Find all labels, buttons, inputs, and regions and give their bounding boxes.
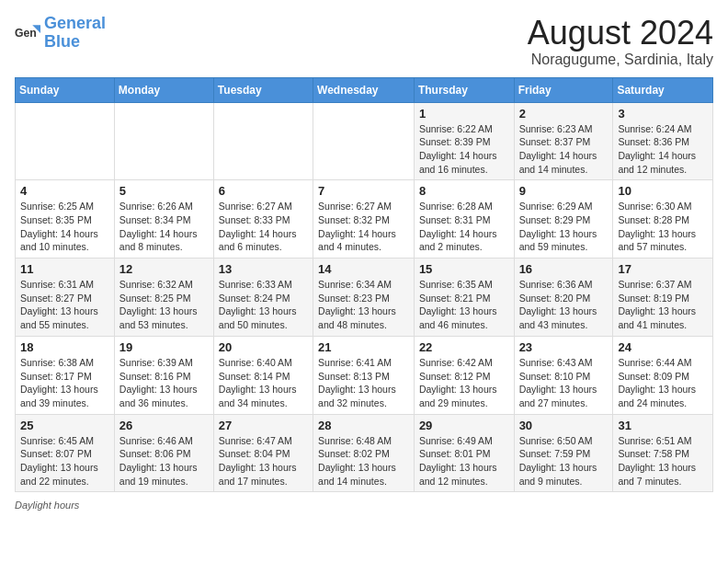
day-number: 13 xyxy=(219,262,308,276)
day-number: 21 xyxy=(318,340,409,354)
main-title: August 2024 xyxy=(528,15,713,52)
day-number: 4 xyxy=(20,184,109,198)
calendar-cell xyxy=(114,102,213,180)
page-header: Gen General Blue August 2024 Noragugume,… xyxy=(15,15,713,68)
day-number: 5 xyxy=(119,184,209,198)
calendar-cell: 11Sunrise: 6:31 AMSunset: 8:27 PMDayligh… xyxy=(16,259,115,337)
calendar-body: 1Sunrise: 6:22 AMSunset: 8:39 PMDaylight… xyxy=(16,102,713,492)
day-info: Sunrise: 6:46 AMSunset: 8:06 PMDaylight:… xyxy=(119,434,209,488)
calendar-cell: 10Sunrise: 6:30 AMSunset: 8:28 PMDayligh… xyxy=(613,180,713,259)
calendar-cell: 31Sunrise: 6:51 AMSunset: 7:58 PMDayligh… xyxy=(613,414,713,492)
day-info: Sunrise: 6:24 AMSunset: 8:36 PMDaylight:… xyxy=(618,122,708,177)
logo: Gen General Blue xyxy=(15,15,106,52)
footer: Daylight hours xyxy=(15,500,713,511)
day-number: 27 xyxy=(219,419,308,432)
day-number: 12 xyxy=(119,262,209,276)
calendar-cell: 26Sunrise: 6:46 AMSunset: 8:06 PMDayligh… xyxy=(114,414,213,492)
day-info: Sunrise: 6:34 AMSunset: 8:23 PMDaylight:… xyxy=(318,278,409,332)
header-day-tuesday: Tuesday xyxy=(213,77,313,102)
day-info: Sunrise: 6:23 AMSunset: 8:37 PMDaylight:… xyxy=(519,122,609,177)
day-info: Sunrise: 6:43 AMSunset: 8:10 PMDaylight:… xyxy=(519,356,609,410)
calendar-cell: 19Sunrise: 6:39 AMSunset: 8:16 PMDayligh… xyxy=(114,336,213,414)
calendar-cell: 16Sunrise: 6:36 AMSunset: 8:20 PMDayligh… xyxy=(514,259,613,337)
week-row-4: 18Sunrise: 6:38 AMSunset: 8:17 PMDayligh… xyxy=(16,336,713,414)
calendar-cell: 15Sunrise: 6:35 AMSunset: 8:21 PMDayligh… xyxy=(414,259,514,337)
logo-text-line1: General xyxy=(44,15,106,33)
day-number: 26 xyxy=(119,419,209,432)
calendar-table: SundayMondayTuesdayWednesdayThursdayFrid… xyxy=(15,77,713,493)
calendar-cell: 9Sunrise: 6:29 AMSunset: 8:29 PMDaylight… xyxy=(514,180,613,259)
day-number: 19 xyxy=(119,340,209,354)
logo-text-line2: Blue xyxy=(44,33,106,52)
calendar-cell xyxy=(213,102,313,180)
day-info: Sunrise: 6:28 AMSunset: 8:31 PMDaylight:… xyxy=(419,200,509,254)
header-day-thursday: Thursday xyxy=(414,77,514,102)
day-info: Sunrise: 6:27 AMSunset: 8:33 PMDaylight:… xyxy=(219,200,308,254)
calendar-cell: 22Sunrise: 6:42 AMSunset: 8:12 PMDayligh… xyxy=(414,336,514,414)
day-number: 9 xyxy=(519,184,609,198)
day-info: Sunrise: 6:48 AMSunset: 8:02 PMDaylight:… xyxy=(318,434,409,488)
calendar-cell: 12Sunrise: 6:32 AMSunset: 8:25 PMDayligh… xyxy=(114,259,213,337)
day-info: Sunrise: 6:51 AMSunset: 7:58 PMDaylight:… xyxy=(618,434,708,488)
day-info: Sunrise: 6:35 AMSunset: 8:21 PMDaylight:… xyxy=(419,278,509,332)
day-info: Sunrise: 6:49 AMSunset: 8:01 PMDaylight:… xyxy=(419,434,509,488)
day-number: 20 xyxy=(219,340,308,354)
calendar-cell: 5Sunrise: 6:26 AMSunset: 8:34 PMDaylight… xyxy=(114,180,213,259)
day-info: Sunrise: 6:30 AMSunset: 8:28 PMDaylight:… xyxy=(618,200,708,254)
day-number: 16 xyxy=(519,262,609,276)
calendar-cell: 20Sunrise: 6:40 AMSunset: 8:14 PMDayligh… xyxy=(213,336,313,414)
day-number: 11 xyxy=(20,262,109,276)
subtitle: Noragugume, Sardinia, Italy xyxy=(528,52,713,68)
day-info: Sunrise: 6:41 AMSunset: 8:13 PMDaylight:… xyxy=(318,356,409,410)
calendar-cell: 28Sunrise: 6:48 AMSunset: 8:02 PMDayligh… xyxy=(313,414,415,492)
calendar-cell: 21Sunrise: 6:41 AMSunset: 8:13 PMDayligh… xyxy=(313,336,415,414)
calendar-cell: 23Sunrise: 6:43 AMSunset: 8:10 PMDayligh… xyxy=(514,336,613,414)
day-number: 15 xyxy=(419,262,509,276)
day-number: 6 xyxy=(219,184,308,198)
calendar-cell: 29Sunrise: 6:49 AMSunset: 8:01 PMDayligh… xyxy=(414,414,514,492)
day-number: 2 xyxy=(519,107,609,121)
day-number: 14 xyxy=(318,262,409,276)
calendar-cell: 25Sunrise: 6:45 AMSunset: 8:07 PMDayligh… xyxy=(16,414,115,492)
day-number: 23 xyxy=(519,340,609,354)
day-info: Sunrise: 6:27 AMSunset: 8:32 PMDaylight:… xyxy=(318,200,409,254)
day-info: Sunrise: 6:38 AMSunset: 8:17 PMDaylight:… xyxy=(20,356,109,410)
day-number: 30 xyxy=(519,419,609,432)
day-info: Sunrise: 6:50 AMSunset: 7:59 PMDaylight:… xyxy=(519,434,609,488)
calendar-cell: 4Sunrise: 6:25 AMSunset: 8:35 PMDaylight… xyxy=(16,180,115,259)
day-info: Sunrise: 6:39 AMSunset: 8:16 PMDaylight:… xyxy=(119,356,209,410)
calendar-cell: 27Sunrise: 6:47 AMSunset: 8:04 PMDayligh… xyxy=(213,414,313,492)
calendar-cell: 17Sunrise: 6:37 AMSunset: 8:19 PMDayligh… xyxy=(613,259,713,337)
calendar-cell: 30Sunrise: 6:50 AMSunset: 7:59 PMDayligh… xyxy=(514,414,613,492)
day-number: 8 xyxy=(419,184,509,198)
title-block: August 2024 Noragugume, Sardinia, Italy xyxy=(528,15,713,68)
calendar-cell: 2Sunrise: 6:23 AMSunset: 8:37 PMDaylight… xyxy=(514,102,613,180)
week-row-2: 4Sunrise: 6:25 AMSunset: 8:35 PMDaylight… xyxy=(16,180,713,259)
calendar-cell xyxy=(313,102,415,180)
day-number: 17 xyxy=(618,262,708,276)
header-day-friday: Friday xyxy=(514,77,613,102)
footer-label: Daylight hours xyxy=(15,500,79,511)
header-day-sunday: Sunday xyxy=(16,77,115,102)
calendar-cell: 14Sunrise: 6:34 AMSunset: 8:23 PMDayligh… xyxy=(313,259,415,337)
calendar-cell: 13Sunrise: 6:33 AMSunset: 8:24 PMDayligh… xyxy=(213,259,313,337)
day-info: Sunrise: 6:32 AMSunset: 8:25 PMDaylight:… xyxy=(119,278,209,332)
day-number: 3 xyxy=(618,107,708,121)
day-info: Sunrise: 6:47 AMSunset: 8:04 PMDaylight:… xyxy=(219,434,308,488)
calendar-cell xyxy=(16,102,115,180)
day-number: 7 xyxy=(318,184,409,198)
calendar-cell: 8Sunrise: 6:28 AMSunset: 8:31 PMDaylight… xyxy=(414,180,514,259)
day-number: 28 xyxy=(318,419,409,432)
calendar-cell: 7Sunrise: 6:27 AMSunset: 8:32 PMDaylight… xyxy=(313,180,415,259)
calendar-cell: 3Sunrise: 6:24 AMSunset: 8:36 PMDaylight… xyxy=(613,102,713,180)
header-row: SundayMondayTuesdayWednesdayThursdayFrid… xyxy=(16,77,713,102)
day-number: 25 xyxy=(20,419,109,432)
header-day-monday: Monday xyxy=(114,77,213,102)
day-number: 22 xyxy=(419,340,509,354)
day-info: Sunrise: 6:29 AMSunset: 8:29 PMDaylight:… xyxy=(519,200,609,254)
calendar-header: SundayMondayTuesdayWednesdayThursdayFrid… xyxy=(16,77,713,102)
day-info: Sunrise: 6:31 AMSunset: 8:27 PMDaylight:… xyxy=(20,278,109,332)
day-info: Sunrise: 6:42 AMSunset: 8:12 PMDaylight:… xyxy=(419,356,509,410)
calendar-cell: 18Sunrise: 6:38 AMSunset: 8:17 PMDayligh… xyxy=(16,336,115,414)
day-number: 31 xyxy=(618,419,708,432)
